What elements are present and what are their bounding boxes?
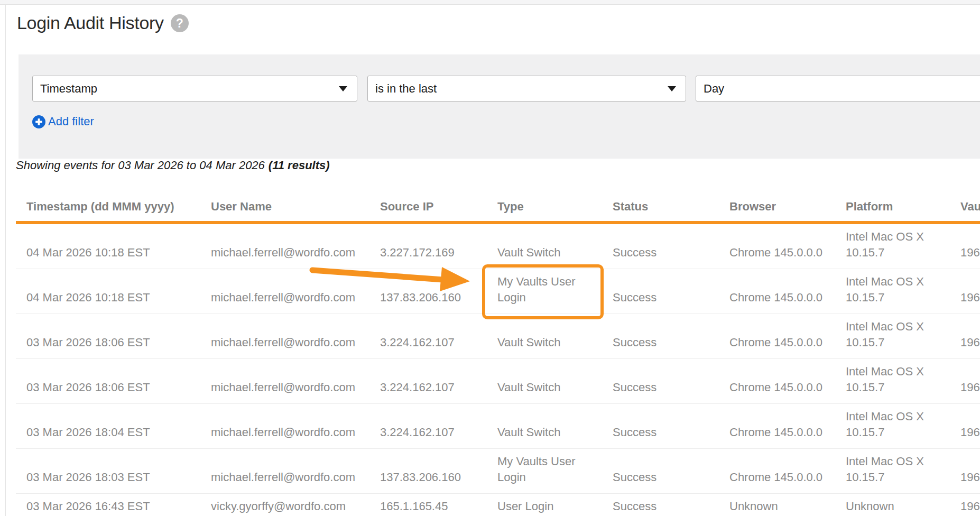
cell-user-name: michael.ferrell@wordfo.com	[211, 359, 380, 404]
cell-platform: Intel Mac OS X 10.15.7	[846, 449, 947, 494]
cell-source-ip: 137.83.206.160	[380, 269, 497, 314]
table-row: 03 Mar 2026 18:06 ESTmichael.ferrell@wor…	[16, 359, 980, 404]
table-body: 04 Mar 2026 10:18 ESTmichael.ferrell@wor…	[16, 223, 980, 516]
filter-operator-select[interactable]: is in the last	[367, 76, 686, 102]
table-header-row: Timestamp (dd MMM yyyy) User Name Source…	[16, 200, 980, 223]
table-row: 03 Mar 2026 16:43 ESTvicky.gyorffy@wordf…	[16, 494, 980, 516]
cell-type: Vault Switch	[497, 314, 613, 359]
results-summary: Showing events for 03 Mar 2026 to 04 Mar…	[16, 159, 330, 172]
cell-platform: Intel Mac OS X 10.15.7	[846, 314, 947, 359]
cell-browser: Chrome 145.0.0.0	[729, 359, 846, 404]
cell-timestamp: 03 Mar 2026 18:04 EST	[16, 404, 211, 449]
page-title: Login Audit History	[17, 13, 164, 33]
cell-vault: 196	[947, 223, 980, 269]
cell-status: Success	[613, 223, 729, 269]
cell-platform: Intel Mac OS X 10.15.7	[846, 359, 947, 404]
cell-browser: Chrome 145.0.0.0	[729, 223, 846, 269]
table-row: 04 Mar 2026 10:18 ESTmichael.ferrell@wor…	[16, 269, 980, 314]
table-row: 03 Mar 2026 18:03 ESTmichael.ferrell@wor…	[16, 449, 980, 494]
cell-status: Success	[613, 269, 729, 314]
cell-user-name: michael.ferrell@wordfo.com	[211, 449, 380, 494]
cell-status: Success	[613, 494, 729, 516]
cell-status: Success	[613, 314, 729, 359]
column-header-source-ip: Source IP	[380, 200, 497, 223]
cell-vault: 196	[947, 314, 980, 359]
cell-source-ip: 3.224.162.107	[380, 359, 497, 404]
cell-type: Vault Switch	[497, 223, 613, 269]
page-top-edge	[0, 0, 980, 5]
audit-table: Timestamp (dd MMM yyyy) User Name Source…	[16, 200, 980, 516]
cell-source-ip: 3.224.162.107	[380, 404, 497, 449]
cell-status: Success	[613, 404, 729, 449]
table-row: 04 Mar 2026 10:18 ESTmichael.ferrell@wor…	[16, 223, 980, 269]
column-header-status: Status	[613, 200, 729, 223]
results-count: (11 results)	[269, 159, 330, 172]
results-summary-text: Showing events for 03 Mar 2026 to 04 Mar…	[16, 159, 265, 172]
cell-timestamp: 04 Mar 2026 10:18 EST	[16, 269, 211, 314]
filter-operator-value: is in the last	[375, 82, 437, 95]
cell-platform: Unknown	[846, 494, 947, 516]
filter-field-select[interactable]: Timestamp	[32, 76, 357, 102]
filter-unit-select[interactable]: Day	[696, 76, 980, 102]
cell-source-ip: 3.227.172.169	[380, 223, 497, 269]
column-header-browser: Browser	[729, 200, 846, 223]
panel-left-edge	[5, 5, 6, 516]
chevron-down-icon	[668, 86, 676, 91]
cell-type: Vault Switch	[497, 404, 613, 449]
column-header-user-name: User Name	[211, 200, 380, 223]
cell-browser: Chrome 145.0.0.0	[729, 449, 846, 494]
column-header-vault: Vau	[947, 200, 980, 223]
cell-timestamp: 03 Mar 2026 18:06 EST	[16, 314, 211, 359]
column-header-platform: Platform	[846, 200, 947, 223]
cell-vault: 196	[947, 449, 980, 494]
table-row: 03 Mar 2026 18:04 ESTmichael.ferrell@wor…	[16, 404, 980, 449]
cell-source-ip: 3.224.162.107	[380, 314, 497, 359]
table-row: 03 Mar 2026 18:06 ESTmichael.ferrell@wor…	[16, 314, 980, 359]
cell-platform: Intel Mac OS X 10.15.7	[846, 269, 947, 314]
cell-vault: 196	[947, 404, 980, 449]
cell-user-name: michael.ferrell@wordfo.com	[211, 269, 380, 314]
column-header-timestamp: Timestamp (dd MMM yyyy)	[16, 200, 211, 223]
cell-user-name: vicky.gyorffy@wordfo.com	[211, 494, 380, 516]
cell-timestamp: 03 Mar 2026 18:03 EST	[16, 449, 211, 494]
cell-source-ip: 165.1.165.45	[380, 494, 497, 516]
filter-field-value: Timestamp	[40, 82, 97, 95]
column-header-type: Type	[497, 200, 613, 223]
add-filter-label: Add filter	[48, 115, 94, 128]
cell-user-name: michael.ferrell@wordfo.com	[211, 223, 380, 269]
cell-browser: Unknown	[729, 494, 846, 516]
add-filter-button[interactable]: Add filter	[32, 115, 94, 128]
cell-vault: 196	[947, 494, 980, 516]
help-icon[interactable]: ?	[171, 14, 189, 32]
cell-user-name: michael.ferrell@wordfo.com	[211, 404, 380, 449]
plus-circle-icon	[32, 115, 45, 128]
cell-timestamp: 03 Mar 2026 18:06 EST	[16, 359, 211, 404]
cell-browser: Chrome 145.0.0.0	[729, 269, 846, 314]
filter-panel	[19, 54, 980, 159]
cell-type: My Vaults User Login	[497, 449, 613, 494]
cell-status: Success	[613, 359, 729, 404]
cell-vault: 196	[947, 269, 980, 314]
cell-timestamp: 04 Mar 2026 10:18 EST	[16, 223, 211, 269]
chevron-down-icon	[339, 86, 347, 91]
cell-browser: Chrome 145.0.0.0	[729, 404, 846, 449]
cell-user-name: michael.ferrell@wordfo.com	[211, 314, 380, 359]
cell-type: My Vaults User Login	[497, 269, 613, 314]
cell-status: Success	[613, 449, 729, 494]
cell-platform: Intel Mac OS X 10.15.7	[846, 404, 947, 449]
filter-unit-value: Day	[704, 82, 724, 95]
cell-type: Vault Switch	[497, 359, 613, 404]
cell-source-ip: 137.83.206.160	[380, 449, 497, 494]
cell-vault: 196	[947, 359, 980, 404]
cell-timestamp: 03 Mar 2026 16:43 EST	[16, 494, 211, 516]
cell-type: User Login	[497, 494, 613, 516]
page-header: Login Audit History ?	[17, 13, 189, 33]
cell-platform: Intel Mac OS X 10.15.7	[846, 223, 947, 269]
cell-browser: Chrome 145.0.0.0	[729, 314, 846, 359]
